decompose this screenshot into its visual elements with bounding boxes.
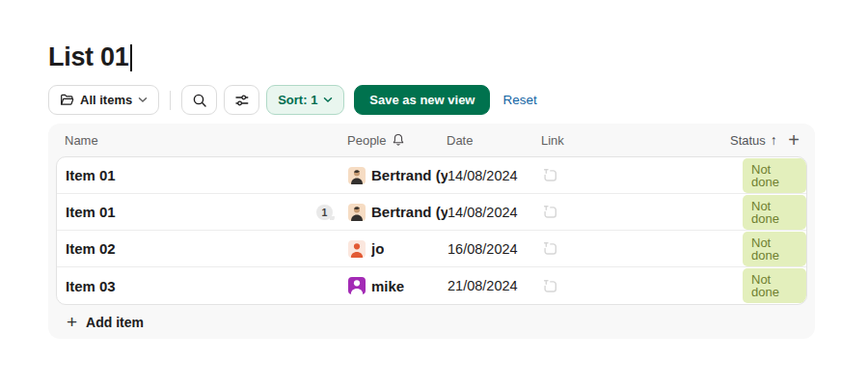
view-filter-button[interactable]: All items: [48, 85, 159, 115]
add-column-button[interactable]: +: [786, 133, 801, 147]
bell-icon: [392, 133, 405, 147]
person-name: Bertrand (you): [371, 167, 448, 183]
date-value: 21/08/2024: [448, 278, 518, 293]
list-title-row: List 01: [48, 42, 132, 72]
table-row[interactable]: Item 02 jo 16/08/2024: [57, 231, 806, 267]
sort-button[interactable]: Sort: 1: [266, 85, 344, 115]
date-value: 16/08/2024: [448, 241, 518, 257]
status-sort-control[interactable]: Status ↑: [730, 132, 777, 148]
link-placeholder-icon: [542, 167, 558, 183]
table-row[interactable]: Item 01 Bertrand (you) 14/08/2024: [57, 157, 806, 194]
toolbar-divider: [170, 91, 171, 110]
date-cell[interactable]: 14/08/2024: [448, 205, 542, 220]
link-cell[interactable]: [542, 204, 731, 220]
status-badge: Not done: [743, 158, 806, 193]
date-cell[interactable]: 21/08/2024: [448, 278, 542, 293]
comment-count: 1: [322, 207, 328, 218]
view-filter-label: All items: [80, 93, 132, 107]
item-name-cell[interactable]: Item 01: [66, 167, 348, 183]
status-badge: Not done: [743, 195, 806, 230]
date-value: 14/08/2024: [448, 205, 518, 220]
sort-ascending-icon: ↑: [771, 132, 777, 148]
items-card: Item 01 Bertrand (you) 14/08/2024: [56, 156, 807, 305]
sort-button-label: Sort: 1: [278, 93, 317, 107]
item-name: Item 02: [66, 240, 116, 257]
comment-count-badge[interactable]: 1: [316, 205, 333, 220]
avatar: [348, 240, 366, 258]
link-placeholder-icon: [542, 240, 558, 257]
avatar: [348, 277, 366, 294]
add-item-label: Add item: [86, 315, 144, 330]
chevron-down-icon: [138, 97, 148, 103]
item-name-cell[interactable]: Item 01 1: [66, 204, 348, 220]
status-badge: Not done: [743, 268, 806, 303]
folder-icon: [60, 93, 74, 107]
table-row[interactable]: Item 03 mike 21/08/2024: [57, 267, 806, 304]
chevron-down-icon: [323, 97, 333, 103]
status-cell[interactable]: Not done: [731, 195, 806, 230]
column-header-people[interactable]: People: [347, 133, 447, 148]
people-cell[interactable]: jo: [348, 240, 448, 258]
people-cell[interactable]: Bertrand (you): [348, 204, 448, 221]
item-name: Item 03: [66, 278, 116, 294]
page-title[interactable]: List 01: [48, 42, 128, 72]
table-header: Name People Date Link Status ↑ +: [48, 124, 815, 156]
status-cell[interactable]: Not done: [731, 268, 806, 303]
link-cell[interactable]: [542, 167, 731, 183]
list-container: Name People Date Link Status ↑ +: [48, 124, 815, 339]
item-name: Item 01: [66, 167, 116, 183]
people-cell[interactable]: mike: [348, 277, 448, 294]
column-header-status: Status ↑ +: [730, 132, 803, 148]
reset-link[interactable]: Reset: [499, 93, 540, 107]
person-name: jo: [371, 240, 384, 257]
search-icon: [192, 93, 207, 108]
avatar: [348, 167, 366, 184]
avatar: [348, 204, 366, 221]
filter-button[interactable]: [224, 85, 259, 115]
person-name: Bertrand (you): [371, 204, 448, 220]
text-cursor-caret: [130, 44, 132, 71]
search-button[interactable]: [181, 85, 217, 115]
status-cell[interactable]: Not done: [731, 232, 806, 266]
date-cell[interactable]: 16/08/2024: [448, 241, 542, 257]
item-name-cell[interactable]: Item 02: [66, 240, 348, 257]
save-as-new-view-button[interactable]: Save as new view: [354, 85, 490, 115]
table-body: Item 01 Bertrand (you) 14/08/2024: [57, 157, 806, 304]
plus-icon: +: [67, 316, 77, 329]
status-badge: Not done: [743, 232, 806, 266]
item-name-cell[interactable]: Item 03: [66, 278, 348, 294]
column-header-link[interactable]: Link: [541, 133, 730, 148]
status-cell[interactable]: Not done: [731, 158, 806, 193]
toolbar: All items Sort: 1 Save as new view Reset: [48, 85, 541, 115]
item-name: Item 01: [66, 204, 116, 220]
link-cell[interactable]: [542, 278, 731, 294]
link-placeholder-icon: [542, 204, 558, 220]
link-cell[interactable]: [542, 240, 731, 257]
link-placeholder-icon: [542, 278, 558, 294]
add-item-button[interactable]: + Add item: [48, 305, 815, 340]
filter-sliders-icon: [234, 93, 250, 108]
date-cell[interactable]: 14/08/2024: [448, 168, 542, 183]
column-header-date[interactable]: Date: [447, 133, 541, 148]
people-cell[interactable]: Bertrand (you): [348, 167, 448, 184]
column-header-name[interactable]: Name: [65, 133, 347, 148]
date-value: 14/08/2024: [448, 168, 518, 183]
person-name: mike: [371, 278, 404, 294]
table-row[interactable]: Item 01 1 Bertrand (you) 14/08/2024: [57, 194, 806, 231]
